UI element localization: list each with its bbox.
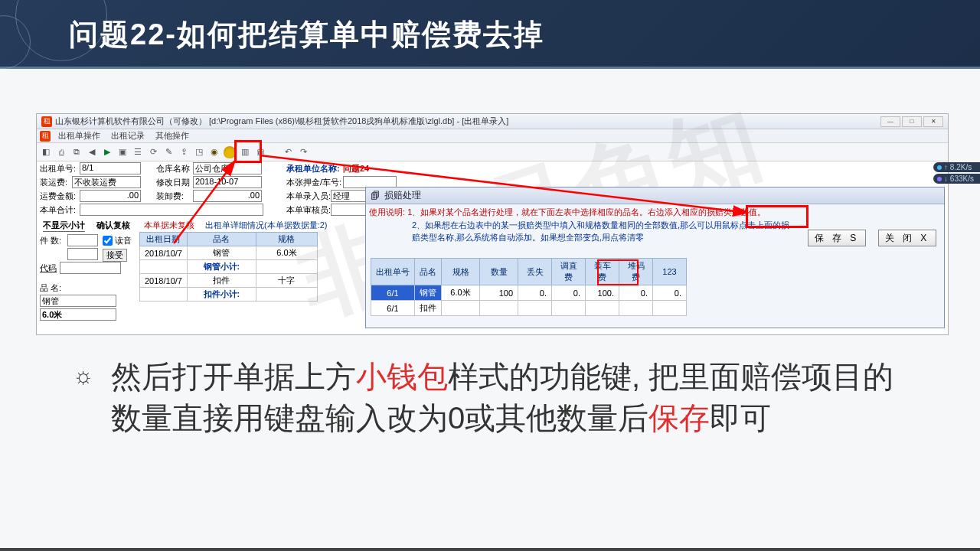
- label: 装运费:: [40, 177, 67, 188]
- toolbar-wallet-icon[interactable]: [224, 146, 236, 158]
- read-checkbox[interactable]: [103, 236, 113, 246]
- damage-dialog: 🗐 损赔处理 使用说明: 1、如果对某个品名进行处理，就在下面左表中选择相应的品…: [365, 187, 945, 328]
- label: 件 数:: [40, 235, 61, 246]
- total-input[interactable]: [80, 204, 263, 216]
- close-button[interactable]: 关 闭 X: [878, 230, 936, 246]
- modify-date-input[interactable]: 2018-10-07: [193, 176, 262, 188]
- instruction-text: ☼ 然后打开单据上方小钱包样式的功能键, 把里面赔偿项目的数量直接用键盘输入改为…: [73, 356, 915, 439]
- label: 仓库名称: [156, 163, 190, 174]
- label: 读音: [115, 235, 132, 246]
- seq-input[interactable]: [67, 248, 98, 260]
- tenant-value: 问题24: [343, 163, 369, 174]
- dialog-note-label: 使用说明:: [369, 207, 405, 217]
- slide-footer-line: [0, 548, 980, 551]
- label: 承租单位名称:: [286, 163, 340, 174]
- close-window-button[interactable]: ✕: [923, 116, 943, 127]
- dialog-icon: 🗐: [371, 191, 381, 201]
- toolbar-icon[interactable]: ▣: [116, 146, 129, 158]
- audit-input[interactable]: [331, 204, 369, 216]
- toolbar-icon[interactable]: ⧉: [70, 146, 83, 158]
- spec-value: 6.0米: [40, 308, 116, 321]
- menu-item[interactable]: 出租单操作: [54, 130, 105, 142]
- toolbar-icon[interactable]: ⟳: [147, 146, 159, 158]
- minimize-button[interactable]: —: [880, 116, 900, 127]
- maximize-button[interactable]: □: [902, 116, 922, 127]
- load-amt-input[interactable]: .00: [193, 190, 262, 202]
- load-fee-select[interactable]: 不收装运费: [72, 176, 141, 188]
- code-input[interactable]: [60, 262, 121, 274]
- dialog-note-1: 1、如果对某个品名进行处理，就在下面左表中选择相应的品名。右边添入相应的损赔类型…: [407, 207, 766, 217]
- net-speed-badge: ↑ 8.2K/s ↓ 633K/s: [933, 162, 980, 184]
- count-input[interactable]: [67, 234, 98, 246]
- toolbar-icon[interactable]: ◀: [86, 146, 98, 158]
- freight-input[interactable]: .00: [80, 190, 141, 202]
- toolbar-barcode-icon[interactable]: ▥: [239, 146, 251, 158]
- entry-input[interactable]: 经理: [331, 190, 369, 202]
- tab-confirm-check[interactable]: 确认复核: [96, 220, 130, 231]
- rental-detail-table: 出租日期品名规格 2018/10/7钢管6.0米 钢管小计: 2018/10/7…: [139, 232, 318, 302]
- dialog-title-text: 损赔处理: [384, 189, 421, 202]
- out-no-input[interactable]: 8/1: [80, 162, 141, 174]
- damage-table[interactable]: 出租单号 品名 规格 数量 丢失 调直费 装车费 堆码费 123 6/1 钢管 …: [371, 258, 687, 316]
- code-label: 代码: [40, 262, 57, 274]
- toolbar: ◧ ⎙ ⧉ ◀ ▶ ▣ ☰ ⟳ ✎ ⇪ ◳ ◉ ▥ 🏛 ↶ ↷: [37, 143, 948, 161]
- slide-title: 问题22-如何把结算单中赔偿费去掉: [69, 15, 544, 54]
- slide-header: 问题22-如何把结算单中赔偿费去掉: [0, 0, 980, 69]
- label: 出租单号:: [40, 163, 76, 174]
- uncheck-status: 本单据未复核: [144, 220, 194, 231]
- dialog-titlebar: 🗐 损赔处理: [366, 187, 944, 204]
- accept-button[interactable]: 接受: [103, 249, 127, 262]
- tab-no-subtotal[interactable]: 不显示小计: [43, 220, 85, 232]
- label: 修改日期: [156, 177, 190, 188]
- toolbar-undo-icon[interactable]: ↶: [282, 146, 294, 158]
- toolbar-bank-icon[interactable]: 🏛: [254, 146, 266, 158]
- bullet-icon: ☼: [73, 360, 94, 392]
- detail-link[interactable]: 出租单详细情况(本单据数据量:2): [205, 220, 328, 231]
- window-controls: — □ ✕: [880, 116, 943, 127]
- toolbar-icon[interactable]: ☰: [132, 146, 144, 158]
- dialog-note-2: 2、如果想在右边表中的某一损赔类型中填入和规格数量相同的全部数值,那么可以用鼠标…: [369, 219, 791, 244]
- toolbar-redo-icon[interactable]: ↷: [297, 146, 309, 158]
- name-select[interactable]: 钢管: [40, 295, 116, 307]
- label: 运费金额:: [40, 191, 76, 202]
- label: 本单录入员:: [286, 191, 331, 202]
- label: 装卸费:: [156, 191, 184, 202]
- toolbar-pencil-icon[interactable]: ✎: [162, 146, 175, 158]
- label: 本单合计:: [40, 204, 76, 216]
- window-title-text: 山东银杉计算机软件有限公司（可修改） [d:\Program Files (x8…: [55, 116, 508, 127]
- label: 品 名:: [40, 282, 61, 294]
- toolbar-icon[interactable]: ◧: [40, 146, 52, 158]
- menubar: 租 出租单操作 出租记录 其他操作: [37, 129, 948, 143]
- toolbar-icon[interactable]: ⎙: [55, 146, 67, 158]
- app-icon-small: 租: [40, 131, 51, 142]
- menu-item[interactable]: 出租记录: [106, 130, 149, 142]
- app-icon: 租: [41, 116, 52, 127]
- save-button[interactable]: 保 存 S: [808, 230, 866, 246]
- warehouse-input[interactable]: 公司仓库: [193, 162, 262, 174]
- window-titlebar: 租 山东银杉计算机软件有限公司（可修改） [d:\Program Files (…: [37, 114, 948, 129]
- label: 本张押金/车号:: [286, 177, 341, 188]
- menu-item[interactable]: 其他操作: [151, 130, 194, 142]
- toolbar-coin-icon[interactable]: ◉: [208, 146, 220, 158]
- toolbar-play-icon[interactable]: ▶: [101, 146, 113, 158]
- toolbar-icon[interactable]: ◳: [193, 146, 205, 158]
- label: 本单审核员:: [286, 204, 331, 216]
- toolbar-icon[interactable]: ⇪: [178, 146, 190, 158]
